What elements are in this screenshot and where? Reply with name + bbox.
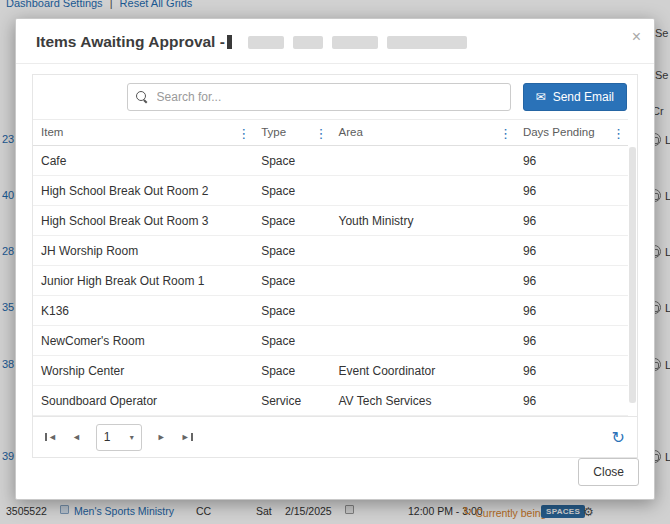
- items-awaiting-approval-modal: Items Awaiting Approval - × ✉ Send Email: [15, 18, 655, 500]
- scrollbar-thumb[interactable]: [629, 147, 636, 403]
- send-email-label: Send Email: [553, 90, 614, 104]
- envelope-icon: ✉: [536, 91, 546, 103]
- close-icon[interactable]: ×: [632, 29, 641, 45]
- column-menu-icon[interactable]: ⋮: [612, 125, 625, 140]
- area-cell: [330, 326, 514, 356]
- column-label: Area: [338, 126, 362, 138]
- type-cell: Space: [253, 296, 330, 326]
- days-cell: 96: [515, 176, 628, 206]
- table-row[interactable]: High School Break Out Room 2Space96: [33, 176, 628, 206]
- type-cell: Space: [253, 176, 330, 206]
- column-label: Days Pending: [523, 126, 595, 138]
- next-page-icon: ►: [157, 432, 166, 442]
- first-page-button[interactable]: ◄: [45, 432, 57, 442]
- first-page-arrow: ◄: [48, 432, 57, 442]
- type-cell: Space: [253, 236, 330, 266]
- table-row[interactable]: Soundboard OperatorServiceAV Tech Servic…: [33, 386, 628, 416]
- redacted-block: [293, 36, 323, 49]
- table-row[interactable]: CafeSpace96: [33, 146, 628, 176]
- redacted-block: [332, 36, 378, 49]
- modal-title: Items Awaiting Approval -: [36, 33, 225, 51]
- type-cell: Space: [253, 266, 330, 296]
- column-menu-icon[interactable]: ⋮: [499, 125, 512, 140]
- days-cell: 96: [515, 236, 628, 266]
- column-label: Type: [261, 126, 286, 138]
- column-header-area[interactable]: Area⋮: [330, 120, 514, 146]
- area-cell: [330, 146, 514, 176]
- search-box: [127, 83, 511, 111]
- item-cell: NewComer's Room: [33, 326, 253, 356]
- table-row[interactable]: Junior High Break Out Room 1Space96: [33, 266, 628, 296]
- area-cell: [330, 296, 514, 326]
- item-cell: Junior High Break Out Room 1: [33, 266, 253, 296]
- column-header-type[interactable]: Type⋮: [253, 120, 330, 146]
- table-row[interactable]: High School Break Out Room 3SpaceYouth M…: [33, 206, 628, 236]
- close-button[interactable]: Close: [578, 458, 639, 486]
- type-cell: Space: [253, 146, 330, 176]
- items-table: Item⋮ Type⋮ Area⋮ Days Pending⋮ CafeSpac…: [33, 119, 628, 416]
- chevron-down-icon: ▾: [130, 433, 134, 442]
- days-cell: 96: [515, 326, 628, 356]
- table-row[interactable]: K136Space96: [33, 296, 628, 326]
- type-cell: Space: [253, 356, 330, 386]
- area-cell: Youth Ministry: [330, 206, 514, 236]
- redacted-blocks: [248, 36, 467, 49]
- area-cell: Event Coordinator: [330, 356, 514, 386]
- item-cell: Soundboard Operator: [33, 386, 253, 416]
- area-cell: [330, 236, 514, 266]
- modal-header: Items Awaiting Approval - ×: [16, 19, 654, 64]
- column-header-item[interactable]: Item⋮: [33, 120, 253, 146]
- column-menu-icon[interactable]: ⋮: [237, 125, 250, 140]
- days-cell: 96: [515, 206, 628, 236]
- next-page-button[interactable]: ►: [157, 432, 166, 442]
- first-page-icon: [45, 433, 47, 441]
- table-header-row: Item⋮ Type⋮ Area⋮ Days Pending⋮: [33, 120, 628, 146]
- table-row[interactable]: JH Worship RoomSpace96: [33, 236, 628, 266]
- previous-page-button[interactable]: ◄: [72, 432, 81, 442]
- item-cell: High School Break Out Room 3: [33, 206, 253, 236]
- refresh-icon[interactable]: ↻: [612, 428, 625, 447]
- previous-page-icon: ◄: [72, 432, 81, 442]
- last-page-icon: [191, 433, 193, 441]
- redacted-text-stub: [227, 35, 232, 49]
- column-menu-icon[interactable]: ⋮: [314, 125, 327, 140]
- type-cell: Service: [253, 386, 330, 416]
- item-cell: JH Worship Room: [33, 236, 253, 266]
- days-cell: 96: [515, 356, 628, 386]
- item-cell: K136: [33, 296, 253, 326]
- search-input[interactable]: [157, 90, 502, 104]
- item-cell: Cafe: [33, 146, 253, 176]
- column-header-days-pending[interactable]: Days Pending⋮: [515, 120, 628, 146]
- pagination-bar: ◄ ◄ 1▾ ► ► ↻: [33, 416, 637, 457]
- item-cell: Worship Center: [33, 356, 253, 386]
- current-page-number: 1: [104, 430, 111, 444]
- days-cell: 96: [515, 266, 628, 296]
- send-email-button[interactable]: ✉ Send Email: [523, 83, 627, 111]
- redacted-block: [387, 36, 467, 49]
- redacted-block: [248, 36, 284, 49]
- page-select[interactable]: 1▾: [96, 424, 142, 451]
- area-cell: [330, 266, 514, 296]
- app-viewport: Dashboard Settings | Reset All Grids 23 …: [0, 0, 670, 524]
- last-page-button[interactable]: ►: [181, 432, 193, 442]
- column-label: Item: [41, 126, 63, 138]
- type-cell: Space: [253, 206, 330, 236]
- days-cell: 96: [515, 146, 628, 176]
- grid-toolbar: ✉ Send Email: [33, 75, 637, 119]
- type-cell: Space: [253, 326, 330, 356]
- last-page-arrow: ►: [181, 432, 190, 442]
- days-cell: 96: [515, 296, 628, 326]
- area-cell: AV Tech Services: [330, 386, 514, 416]
- table-row[interactable]: Worship CenterSpaceEvent Coordinator96: [33, 356, 628, 386]
- search-icon: [136, 91, 148, 103]
- table-row[interactable]: NewComer's RoomSpace96: [33, 326, 628, 356]
- modal-footer: Close: [578, 458, 639, 486]
- items-grid: ✉ Send Email Item⋮ Type⋮ Area⋮ Days Pend…: [32, 74, 638, 458]
- item-cell: High School Break Out Room 2: [33, 176, 253, 206]
- table-scrollbar[interactable]: [629, 147, 636, 403]
- area-cell: [330, 176, 514, 206]
- days-cell: 96: [515, 386, 628, 416]
